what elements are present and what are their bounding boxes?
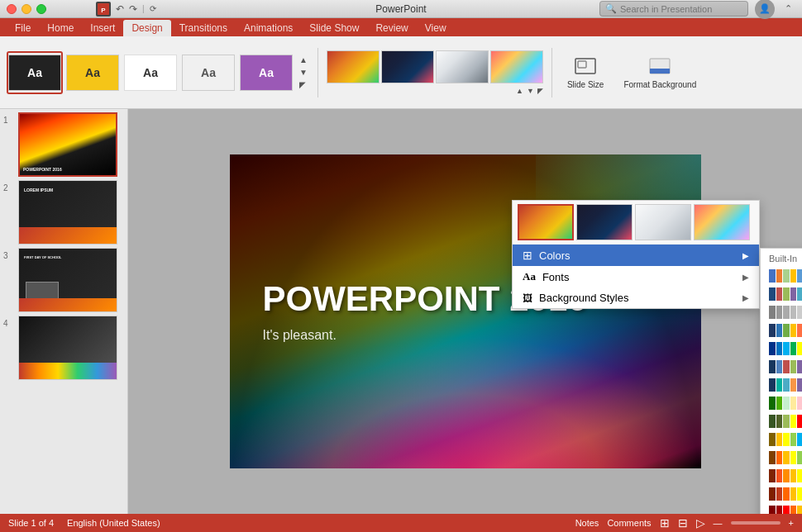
view-reading-btn[interactable]: ▷ <box>696 516 705 530</box>
format-bg-label: Format Background <box>623 80 696 89</box>
color-option-yellow-orange[interactable]: Yellow Orange <box>761 449 802 467</box>
slide-size-button[interactable]: Slide Size <box>561 52 610 93</box>
color-option-office[interactable]: Office <box>761 267 802 285</box>
slide-preview-4 <box>18 316 117 380</box>
color-option-red-orange[interactable]: Red Orange <box>761 503 802 514</box>
color-option-yellow[interactable]: Yellow <box>761 430 802 449</box>
colors-label: Colors <box>539 249 570 262</box>
tab-view[interactable]: View <box>417 20 455 36</box>
color-option-orange-red[interactable]: Orange Red <box>761 485 802 503</box>
more-icon[interactable]: ◤ <box>299 80 308 89</box>
search-bar[interactable]: 🔍 <box>599 1 748 17</box>
theme-5-thumb: Aa <box>240 55 293 91</box>
colors-grid-icon: ⊞ <box>523 249 532 262</box>
slide-1-text: POWERPOINT 2016 <box>23 167 112 172</box>
svg-rect-6 <box>650 69 670 74</box>
slide-preview-2: LOREM IPSUM <box>18 180 117 245</box>
language-label: English (United States) <box>67 518 160 528</box>
tab-review[interactable]: Review <box>367 20 416 36</box>
close-button[interactable] <box>7 4 17 14</box>
theme-2[interactable]: Aa <box>64 51 121 94</box>
color-option-blue-warm[interactable]: Blue Warm <box>761 321 802 340</box>
right-buttons: Slide Size Format Background <box>561 52 703 93</box>
variant-opt-3[interactable] <box>635 204 691 240</box>
variant-scroll-down[interactable]: ▼ <box>527 87 534 95</box>
menu-item-colors[interactable]: ⊞ Colors ▶ <box>513 245 759 266</box>
variant-opt-4[interactable] <box>694 204 750 240</box>
color-option-blue[interactable]: Blue <box>761 340 802 358</box>
color-option-blue-ii[interactable]: Blue II <box>761 358 802 376</box>
view-normal-btn[interactable]: ⊞ <box>660 516 670 530</box>
window-controls[interactable] <box>7 4 46 14</box>
zoom-slider[interactable] <box>731 521 781 525</box>
slide-preview-1: POWERPOINT 2016 <box>18 112 117 177</box>
theme-3-thumb: Aa <box>124 55 177 91</box>
slide-num-2: 2 <box>3 180 15 192</box>
bg-styles-icon: 🖼 <box>523 292 532 304</box>
format-bg-icon <box>648 55 671 78</box>
tab-animations[interactable]: Animations <box>236 20 301 36</box>
format-background-button[interactable]: Format Background <box>617 52 703 93</box>
theme-4[interactable]: Aa <box>180 51 236 94</box>
variant-3[interactable] <box>436 50 489 83</box>
slide-thumb-3[interactable]: 3 FIRST DAY OF SCHOOL <box>3 248 124 312</box>
menu-item-bg-styles[interactable]: 🖼 Background Styles ▶ <box>513 287 759 308</box>
tab-design[interactable]: Design <box>123 20 170 36</box>
slide-3-text: FIRST DAY OF SCHOOL <box>24 255 113 259</box>
color-option-orange[interactable]: Orange <box>761 467 802 485</box>
color-option-green[interactable]: Green <box>761 394 802 412</box>
tab-slideshow[interactable]: Slide Show <box>301 20 367 36</box>
bg-styles-arrow-icon: ▶ <box>742 293 749 302</box>
tab-home[interactable]: Home <box>39 20 82 36</box>
fonts-arrow-icon: ▶ <box>742 273 749 282</box>
chevron-down-icon[interactable]: ⌃ <box>781 3 795 14</box>
menu-item-fonts[interactable]: Aa Fonts ▶ <box>513 266 759 287</box>
variant-1[interactable] <box>327 50 380 83</box>
comments-button[interactable]: Comments <box>607 518 651 528</box>
slide-size-icon <box>574 55 597 78</box>
search-input[interactable] <box>620 4 736 14</box>
colors-submenu: Built-In OfficeOffice 2007-2010Grayscale… <box>760 248 802 514</box>
color-option-green-yellow[interactable]: Green Yellow <box>761 412 802 430</box>
variant-opt-1[interactable] <box>518 204 574 240</box>
ribbon-toolbar: Aa Aa Aa Aa Aa ▲ ▼ ◤ <box>0 36 802 109</box>
slide-info: Slide 1 of 4 <box>8 518 54 528</box>
variant-opt-2[interactable] <box>576 204 633 240</box>
submenu-header: Built-In <box>761 249 802 267</box>
theme-scroll[interactable]: ▲ ▼ ◤ <box>298 55 309 89</box>
tab-transitions[interactable]: Transitions <box>171 20 236 36</box>
tab-insert[interactable]: Insert <box>82 20 123 36</box>
theme-1-thumb: Aa <box>8 55 61 91</box>
slide-2-text: LOREM IPSUM <box>24 188 113 192</box>
minimize-button[interactable] <box>21 4 31 14</box>
divider-2 <box>551 48 552 97</box>
slide-thumb-2[interactable]: 2 LOREM IPSUM <box>3 180 124 245</box>
color-option-grayscale[interactable]: Grayscale <box>761 303 802 321</box>
slide-thumb-1[interactable]: 1 POWERPOINT 2016 <box>3 112 124 177</box>
redo-btn[interactable]: ↷ <box>129 3 137 15</box>
variant-scroll-up[interactable]: ▲ <box>516 87 523 95</box>
main-content: 1 POWERPOINT 2016 2 LOREM IPSUM 3 FIRST … <box>0 109 802 514</box>
theme-2-thumb: Aa <box>66 55 119 91</box>
view-grid-btn[interactable]: ⊟ <box>678 516 688 530</box>
scroll-down-icon[interactable]: ▼ <box>299 68 308 77</box>
slide-thumb-4[interactable]: 4 <box>3 316 124 380</box>
tab-file[interactable]: File <box>7 20 39 36</box>
variant-2[interactable] <box>381 50 434 83</box>
color-option-blue-green[interactable]: Blue Green <box>761 376 802 394</box>
zoom-in-btn[interactable]: + <box>789 518 794 528</box>
theme-3[interactable]: Aa <box>122 51 179 94</box>
theme-5[interactable]: Aa <box>238 51 294 94</box>
colors-arrow-icon: ▶ <box>742 251 749 260</box>
variant-4[interactable] <box>490 50 543 83</box>
theme-1[interactable]: Aa <box>7 51 63 94</box>
search-icon: 🔍 <box>605 3 617 14</box>
maximize-button[interactable] <box>36 4 46 14</box>
slide-num-3: 3 <box>3 248 15 260</box>
scroll-up-icon[interactable]: ▲ <box>299 55 308 64</box>
color-option-office-2007-2010[interactable]: Office 2007-2010 <box>761 285 802 303</box>
variant-more[interactable]: ◤ <box>537 87 543 95</box>
undo-btn[interactable]: ↶ <box>116 3 124 15</box>
notes-button[interactable]: Notes <box>575 518 599 528</box>
user-avatar[interactable]: 👤 <box>755 0 775 19</box>
